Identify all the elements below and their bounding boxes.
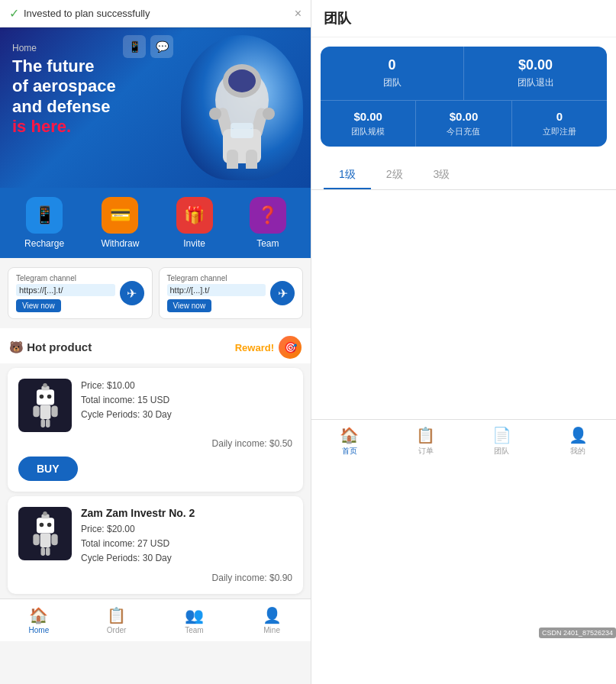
- bottom-nav-left: 🏠 Home 📋 Order 👥 Team 👤 Mine: [0, 598, 311, 641]
- home-right-nav-icon: 🏠: [340, 426, 359, 444]
- nav-order[interactable]: 📋 Order: [78, 599, 156, 641]
- stat-team-size: $0.00 团队规模: [321, 101, 416, 147]
- nav-order-right[interactable]: 📋 订单: [388, 420, 464, 462]
- nav-mine[interactable]: 👤 Mine: [233, 599, 311, 641]
- tab-level-1[interactable]: 1级: [324, 162, 371, 189]
- team-right-nav-label: 团队: [494, 446, 509, 457]
- product-card-1: Price: $10.00 Total income: 15 USD Cycle…: [8, 368, 303, 492]
- hero-action-icons: 📱 💬: [123, 35, 173, 58]
- team-right-nav-icon: 📄: [492, 426, 511, 444]
- team-nav-label: Team: [185, 626, 203, 634]
- telegram-card-1: Telegram channel https://[...].t/ View n…: [8, 267, 153, 319]
- hero-line4: is here.: [12, 117, 298, 137]
- team-label: Team: [256, 238, 279, 249]
- tab-level-2[interactable]: 2级: [371, 162, 418, 189]
- recharge-button[interactable]: 📱 Recharge: [24, 197, 64, 249]
- svg-rect-6: [227, 150, 238, 169]
- svg-rect-15: [33, 405, 39, 417]
- product-1-income: Total income: 15 USD: [81, 393, 292, 408]
- nav-mine-right[interactable]: 👤 我的: [540, 420, 616, 462]
- withdraw-label: Withdraw: [101, 238, 139, 249]
- svg-point-22: [39, 523, 44, 528]
- svg-rect-14: [40, 405, 50, 419]
- home-nav-icon: 🏠: [29, 606, 48, 624]
- svg-point-13: [47, 395, 51, 399]
- stat-today-recharge-label: 今日充值: [424, 126, 503, 137]
- product-2-price: Price: $20.00: [81, 522, 292, 537]
- hero-line1: The future: [12, 56, 298, 76]
- product-1-price: Price: $10.00: [81, 379, 292, 393]
- invite-button[interactable]: 🎁 Invite: [176, 197, 213, 249]
- tab-level-3[interactable]: 3级: [418, 162, 466, 189]
- left-panel: ✓ Invested to plan successfully × 📱 💬 Ho…: [0, 0, 311, 684]
- recharge-label: Recharge: [24, 238, 64, 249]
- team-list-area: [311, 190, 616, 419]
- nav-home-right[interactable]: 🏠 首页: [311, 420, 388, 462]
- stat-register-now: 0 立即注册: [512, 101, 607, 147]
- stat-team-size-value: $0.00: [328, 110, 408, 123]
- svg-point-23: [47, 523, 51, 528]
- tg-view-btn-2[interactable]: View now: [167, 299, 212, 312]
- notification-icon[interactable]: 📱: [123, 35, 146, 58]
- tg-view-btn-1[interactable]: View now: [16, 299, 61, 312]
- team-button[interactable]: ❓ Team: [250, 197, 286, 249]
- order-right-nav-icon: 📋: [416, 426, 435, 444]
- product-2-name: Zam Zam Investr No. 2: [81, 507, 292, 519]
- svg-rect-21: [36, 518, 53, 533]
- svg-rect-16: [51, 405, 57, 417]
- stat-team-withdraw-label: 团队退出: [472, 76, 599, 89]
- home-nav-label: Home: [29, 626, 50, 634]
- level-tabs: 1级 2级 3级: [311, 156, 616, 190]
- product-2-daily: Daily income: $0.90: [18, 573, 292, 583]
- hero-banner: 📱 💬 Home The future of aerospace and def…: [0, 27, 311, 188]
- nav-team[interactable]: 👥 Team: [156, 599, 234, 641]
- withdraw-icon: 💳: [102, 197, 138, 234]
- invite-icon: 🎁: [176, 197, 213, 234]
- product-image-2: [18, 507, 72, 560]
- message-icon[interactable]: 💬: [150, 35, 173, 58]
- watermark: CSDN 2401_87526234: [539, 628, 616, 638]
- mine-nav-icon: 👤: [263, 606, 282, 624]
- hero-title: The future of aerospace and defense is h…: [12, 56, 298, 137]
- mine-nav-label: Mine: [263, 626, 280, 634]
- svg-rect-24: [40, 534, 50, 547]
- check-icon: ✓: [9, 6, 19, 21]
- svg-rect-7: [246, 150, 257, 169]
- telegram-card-2: Telegram channel http://[...].t/ View no…: [159, 267, 304, 319]
- telegram-channels: Telegram channel https://[...].t/ View n…: [0, 258, 311, 328]
- robot-svg-1: [24, 382, 66, 428]
- order-nav-icon: 📋: [107, 606, 126, 624]
- svg-point-12: [39, 395, 44, 399]
- tg-label-2: Telegram channel: [167, 274, 266, 282]
- svg-rect-27: [40, 547, 45, 556]
- product-2-cycle: Cycle Periods: 30 Day: [81, 551, 292, 566]
- product-card-2: Zam Zam Investr No. 2 Price: $20.00 Tota…: [8, 496, 303, 594]
- svg-rect-18: [45, 419, 50, 428]
- mine-right-nav-label: 我的: [570, 446, 585, 457]
- home-right-nav-label: 首页: [342, 446, 357, 457]
- robot-svg-2: [24, 511, 66, 557]
- stat-team-count-label: 团队: [328, 76, 456, 89]
- order-nav-label: Order: [107, 626, 127, 634]
- toast-notification: ✓ Invested to plan successfully ×: [0, 0, 311, 27]
- svg-rect-25: [33, 534, 39, 545]
- product-2-income: Total income: 27 USD: [81, 537, 292, 551]
- reward-text: Reward!: [235, 342, 274, 353]
- nav-home[interactable]: 🏠 Home: [0, 599, 78, 641]
- withdraw-button[interactable]: 💳 Withdraw: [101, 197, 139, 249]
- telegram-icon-2: ✈: [270, 281, 295, 305]
- right-panel: 团队 0 团队 $0.00 团队退出 $0.00 团队规模 $0.00 今日充值…: [311, 0, 616, 684]
- order-right-nav-label: 订单: [418, 446, 434, 457]
- product-1-cycle: Cycle Periods: 30 Day: [81, 408, 292, 422]
- stat-today-recharge-value: $0.00: [424, 110, 503, 123]
- reward-icon[interactable]: 🎯: [279, 336, 302, 359]
- team-icon: ❓: [250, 197, 286, 234]
- svg-point-30: [43, 511, 47, 516]
- buy-button-1[interactable]: BUY: [18, 457, 78, 481]
- toast-close-button[interactable]: ×: [295, 7, 302, 21]
- hero-line3: and defense: [12, 97, 298, 117]
- hero-line4-red: is here.: [12, 117, 71, 136]
- right-panel-title: 团队: [311, 0, 616, 37]
- stat-team-withdraw-value: $0.00: [472, 57, 599, 73]
- nav-team-right[interactable]: 📄 团队: [464, 420, 540, 462]
